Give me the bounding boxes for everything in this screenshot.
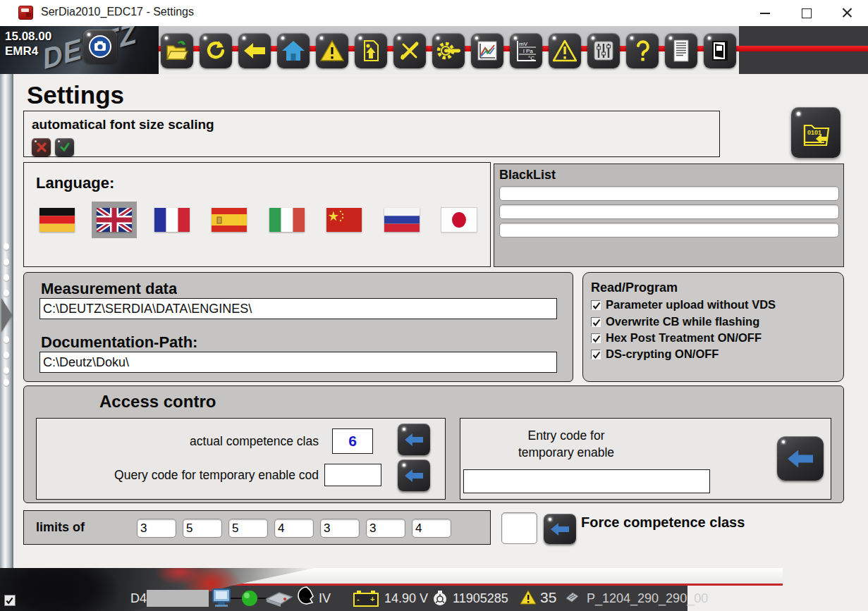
paths-box: Measurement data Documentation-Path: <box>23 272 573 382</box>
battery-icon: - + <box>353 589 379 607</box>
flash-file-button[interactable] <box>355 33 387 68</box>
limit-input-5[interactable] <box>320 519 360 538</box>
font-scaling-on-button[interactable] <box>55 138 74 156</box>
force-competence-label: Force competence class <box>581 514 745 531</box>
strip-dot <box>4 379 9 386</box>
exit-icon <box>709 39 731 63</box>
program-id: P_1204_290_290_00 <box>587 591 708 606</box>
cross-icon <box>36 142 47 153</box>
checkbox-checked[interactable] <box>591 333 601 343</box>
flag-french[interactable] <box>154 208 190 232</box>
svg-text:mV: mV <box>519 41 528 47</box>
module-icon <box>564 591 580 604</box>
blue-arrow-icon <box>786 446 815 471</box>
option-row: Overwrite CB while flashing <box>591 315 759 328</box>
check-icon <box>592 350 601 360</box>
reset-icon <box>204 39 227 62</box>
reset-button[interactable] <box>200 33 232 68</box>
limit-input-1[interactable] <box>137 519 176 538</box>
report-icon <box>671 39 692 63</box>
limit-input-4[interactable] <box>274 519 314 538</box>
flag-spanish[interactable] <box>212 208 247 232</box>
expand-arrow-icon[interactable] <box>1 298 12 332</box>
flag-english[interactable] <box>97 208 132 232</box>
limit-input-2[interactable] <box>183 519 222 538</box>
actual-competence-label: actual competence clas <box>79 434 319 449</box>
svg-text:+: + <box>370 595 374 603</box>
checkbox-checked[interactable] <box>591 350 601 359</box>
gear-wrench-button[interactable] <box>432 33 465 68</box>
blue-arrow-icon <box>549 520 570 538</box>
competence-class-input[interactable] <box>332 428 373 454</box>
help-icon <box>631 39 654 63</box>
help-button[interactable] <box>626 33 659 68</box>
apply-entry-code-button[interactable] <box>777 436 824 481</box>
report-button[interactable] <box>665 33 697 68</box>
user-level-value: IV <box>319 591 331 606</box>
battery-voltage: 14.90 V <box>384 591 428 606</box>
font-scaling-off-button[interactable] <box>32 138 51 156</box>
measurement-path-input[interactable] <box>39 298 557 319</box>
blacklist-entry-2[interactable] <box>499 204 839 219</box>
blacklist-entry-3[interactable] <box>499 223 839 237</box>
blue-arrow-icon <box>403 431 424 449</box>
strip-dot <box>4 243 9 250</box>
data-folder-button[interactable]: 0101 <box>791 107 841 158</box>
flag-english-selected[interactable] <box>92 202 137 238</box>
io-panel-button[interactable] <box>587 33 620 68</box>
limit-input-7[interactable] <box>412 519 451 538</box>
camera-icon <box>87 34 113 59</box>
app-icon <box>18 6 33 20</box>
camera-button[interactable] <box>83 30 117 63</box>
home-icon <box>281 39 305 62</box>
force-competence-input[interactable] <box>501 512 537 544</box>
limit-input-6[interactable] <box>366 519 405 538</box>
blacklist-entry-1[interactable] <box>499 186 839 201</box>
flag-russian[interactable] <box>384 208 420 232</box>
open-folder-button[interactable] <box>161 33 193 68</box>
device-field <box>147 590 209 607</box>
documentation-path-input[interactable] <box>39 352 557 373</box>
limit-input-3[interactable] <box>228 519 268 538</box>
strip-dot <box>4 259 9 266</box>
flag-german[interactable] <box>39 208 75 232</box>
status-bar: D4 IV - + 14.90 V 11905285 <box>0 568 868 611</box>
checkbox-checked[interactable] <box>591 317 601 327</box>
units-button[interactable]: mV l Pa °C <box>510 33 542 68</box>
force-competence-button[interactable] <box>544 514 576 544</box>
back-button[interactable] <box>238 33 271 68</box>
exit-button[interactable] <box>704 33 736 68</box>
open-folder-icon <box>165 39 189 62</box>
graph-button[interactable] <box>471 33 503 68</box>
language-label: Language: <box>36 174 114 192</box>
warning-button[interactable] <box>316 33 348 68</box>
close-button[interactable] <box>835 3 859 23</box>
query-code-input[interactable] <box>324 464 381 486</box>
tools-button[interactable] <box>393 33 426 68</box>
warning-count: 35 <box>540 589 556 606</box>
connection-status <box>212 588 293 609</box>
flag-italian[interactable] <box>269 208 305 232</box>
apply-query-button[interactable] <box>398 459 430 491</box>
svg-text:°C: °C <box>528 55 534 61</box>
flag-japanese[interactable] <box>441 208 477 232</box>
apply-competence-button[interactable] <box>398 424 430 455</box>
minimize-button[interactable] <box>753 3 777 23</box>
status-checkbox[interactable] <box>4 595 16 606</box>
maximize-button[interactable] <box>794 3 818 23</box>
strip-dot <box>4 290 9 297</box>
gear-wrench-icon <box>436 39 461 62</box>
alert-button[interactable] <box>549 33 581 68</box>
checkbox-checked[interactable] <box>591 300 601 310</box>
warning-count-icon <box>520 590 537 605</box>
home-button[interactable] <box>277 33 310 68</box>
entry-code-input[interactable] <box>463 469 710 493</box>
splitter-strip[interactable] <box>0 74 13 568</box>
serial-number: 11905285 <box>453 591 508 606</box>
language-box: Language: <box>23 162 491 267</box>
titlebar: SerDia2010_EDC17 - Settings <box>0 0 868 26</box>
read-program-box: Read/Program Parameter upload without VD… <box>582 272 844 382</box>
io-panel-icon <box>592 39 615 62</box>
check-icon <box>59 142 71 153</box>
flag-chinese[interactable] <box>326 208 362 232</box>
